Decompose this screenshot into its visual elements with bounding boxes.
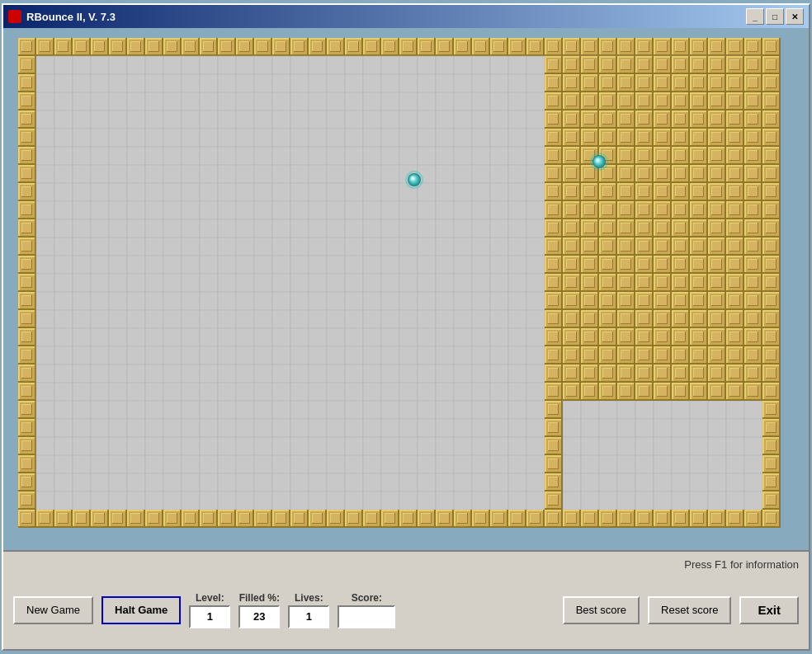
- score-value: [338, 605, 395, 628]
- close-button[interactable]: ✕: [786, 8, 804, 25]
- controls-bar: New Game Halt Game Level: 1 Filled %: 23…: [13, 577, 799, 642]
- reset-score-button[interactable]: Reset score: [648, 596, 731, 624]
- lives-value: 1: [288, 605, 329, 628]
- app-icon: [8, 10, 21, 23]
- score-stat: Score:: [338, 592, 395, 628]
- filled-value: 23: [238, 605, 280, 628]
- lives-label: Lives:: [295, 592, 323, 604]
- halt-game-button[interactable]: Halt Game: [102, 596, 181, 624]
- minimize-button[interactable]: _: [746, 8, 764, 25]
- window-title: RBounce II, V. 7.3: [26, 11, 746, 23]
- window-controls: _ □ ✕: [746, 8, 804, 25]
- game-canvas[interactable]: [18, 38, 794, 541]
- lives-stat: Lives: 1: [288, 592, 329, 628]
- bottom-panel: Press F1 for information New Game Halt G…: [3, 550, 809, 649]
- game-area: [3, 28, 809, 550]
- window-content: Press F1 for information New Game Halt G…: [3, 28, 809, 649]
- level-value: 1: [189, 605, 230, 628]
- score-label: Score:: [352, 592, 382, 604]
- filled-label: Filled %:: [239, 592, 280, 604]
- new-game-button[interactable]: New Game: [13, 596, 93, 624]
- best-score-button[interactable]: Best score: [563, 596, 640, 624]
- title-bar: RBounce II, V. 7.3 _ □ ✕: [3, 5, 809, 28]
- info-line: Press F1 for information: [13, 558, 799, 571]
- level-stat: Level: 1: [189, 592, 230, 628]
- filled-stat: Filled %: 23: [238, 592, 280, 628]
- exit-button[interactable]: Exit: [739, 596, 799, 624]
- level-label: Level:: [196, 592, 224, 604]
- maximize-button[interactable]: □: [766, 8, 784, 25]
- main-window: RBounce II, V. 7.3 _ □ ✕ Press F1 for in…: [2, 3, 810, 651]
